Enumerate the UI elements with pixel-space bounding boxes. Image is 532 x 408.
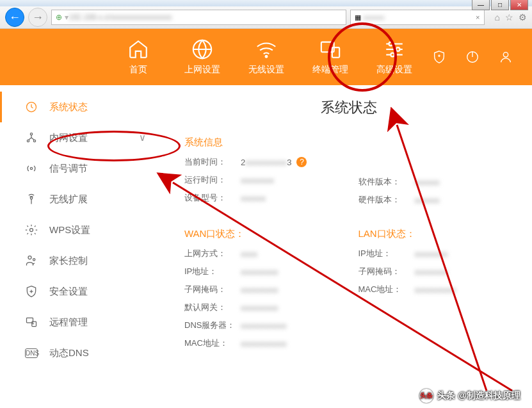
nav-label: 无线设置 bbox=[248, 64, 284, 76]
antenna-icon bbox=[25, 193, 38, 206]
info-sw-version: 软件版本：xxxxxx bbox=[359, 176, 513, 188]
wan-ip: IP地址：xxxxxxxxx bbox=[184, 266, 339, 277]
info-uptime: 运行时间：xxxxxxxx bbox=[184, 174, 339, 186]
sliders-icon bbox=[383, 38, 405, 60]
devices-icon bbox=[319, 38, 341, 60]
home-icon bbox=[127, 38, 149, 60]
back-button[interactable]: ← bbox=[5, 8, 24, 27]
sidebar-item-remote[interactable]: 远程管理 bbox=[0, 307, 165, 338]
page-title: 系统状态 bbox=[184, 98, 513, 117]
tab-close-icon[interactable]: × bbox=[476, 13, 480, 21]
gear-icon bbox=[25, 224, 38, 236]
nav-label: 终端管理 bbox=[312, 64, 348, 76]
section-wan: WAN口状态： bbox=[184, 228, 339, 240]
nav-label: 上网设置 bbox=[184, 64, 220, 76]
wan-method: 上网方式：xxxx bbox=[184, 248, 339, 259]
svg-point-21 bbox=[33, 259, 35, 261]
forward-button[interactable]: → bbox=[28, 8, 47, 27]
svg-point-7 bbox=[389, 42, 392, 46]
main-nav: 首页 上网设置 无线设置 终端管理 高级设置 bbox=[0, 29, 532, 85]
svg-point-9 bbox=[391, 53, 394, 57]
sidebar-label: 家长控制 bbox=[49, 255, 88, 267]
shield-plus-icon bbox=[25, 285, 38, 298]
watermark: 头条 头条 @制造科技原理 bbox=[419, 389, 520, 403]
url-text: 192.168.x.x/xxxxxxxxxxxxxxxx bbox=[69, 13, 172, 22]
svg-point-20 bbox=[28, 256, 31, 259]
svg-point-18 bbox=[30, 197, 32, 199]
svg-point-12 bbox=[503, 53, 508, 57]
browser-toolbar: ← → ⊕ ▾ 192.168.x.x/xxxxxxxxxxxxxxxx ▦ x… bbox=[0, 6, 532, 29]
nav-wireless[interactable]: 无线设置 bbox=[234, 38, 298, 76]
maximize-button[interactable]: □ bbox=[491, 0, 509, 10]
minimize-button[interactable]: — bbox=[472, 0, 490, 10]
window-titlebar bbox=[0, 0, 532, 6]
wifi-icon bbox=[255, 38, 277, 60]
shield-icon: ⊕ bbox=[56, 13, 62, 22]
sidebar-label: 安全设置 bbox=[49, 286, 88, 298]
watermark-text: 头条 @制造科技原理 bbox=[437, 390, 520, 402]
section-sys-info: 系统信息 bbox=[184, 136, 513, 149]
browser-tab[interactable]: ▦ xxxxxx × bbox=[350, 10, 485, 25]
svg-point-17 bbox=[30, 167, 32, 169]
info-current-time: 当前时间： 2 xxxxxxxxxx 3 ? bbox=[184, 156, 339, 168]
network-icon bbox=[25, 131, 38, 144]
settings-gear-icon[interactable]: ⚙ bbox=[519, 12, 527, 22]
nav-label: 高级设置 bbox=[376, 64, 412, 76]
sidebar-label: 内网设置 bbox=[49, 132, 88, 144]
sidebar-item-security[interactable]: 安全设置 bbox=[0, 276, 165, 307]
home-icon[interactable]: ⌂ bbox=[495, 12, 500, 22]
nav-label: 首页 bbox=[129, 64, 147, 76]
user-icon[interactable] bbox=[499, 50, 513, 64]
wan-dns: DNS服务器：xxxxxxxxxxx bbox=[184, 320, 339, 331]
sidebar-label: 动态DNS bbox=[49, 347, 89, 359]
favorites-icon[interactable]: ☆ bbox=[505, 12, 513, 22]
svg-point-14 bbox=[30, 133, 32, 135]
svg-point-1 bbox=[265, 56, 267, 58]
nav-home[interactable]: 首页 bbox=[106, 38, 170, 76]
nav-internet[interactable]: 上网设置 bbox=[170, 38, 234, 76]
signal-icon bbox=[25, 162, 38, 175]
wan-gateway: 默认网关：xxxxxxxxx bbox=[184, 302, 339, 313]
sidebar-item-wifi-extend[interactable]: 无线扩展 bbox=[0, 184, 165, 215]
sidebar-item-lan-settings[interactable]: 内网设置 ∨ bbox=[0, 122, 165, 153]
sidebar-item-wps[interactable]: WPS设置 bbox=[0, 215, 165, 245]
remote-icon bbox=[25, 316, 38, 329]
nav-advanced[interactable]: 高级设置 bbox=[362, 38, 426, 76]
sidebar-label: 信号调节 bbox=[49, 163, 88, 175]
sidebar-item-ddns[interactable]: DNS 动态DNS bbox=[0, 338, 165, 368]
sidebar-item-parental[interactable]: 家长控制 bbox=[0, 245, 165, 276]
sidebar: 系统状态 内网设置 ∨ 信号调节 无线扩展 WPS设置 家长控制 bbox=[0, 85, 165, 408]
sidebar-item-signal[interactable]: 信号调节 bbox=[0, 153, 165, 184]
wan-mask: 子网掩码：xxxxxxxxx bbox=[184, 284, 339, 295]
sidebar-label: 无线扩展 bbox=[49, 193, 88, 206]
close-button[interactable]: ✕ bbox=[510, 0, 528, 10]
wan-mac: MAC地址：xxxxxxxxxxx bbox=[184, 338, 339, 349]
lan-mac: MAC地址：xxxxxxxxxx bbox=[359, 284, 513, 295]
address-bar[interactable]: ⊕ ▾ 192.168.x.x/xxxxxxxxxxxxxxxx bbox=[51, 10, 346, 25]
power-icon[interactable] bbox=[465, 50, 480, 64]
tab-title: xxxxxx bbox=[364, 13, 476, 21]
shield-icon[interactable] bbox=[432, 50, 446, 64]
main-panel: 系统状态 系统信息 当前时间： 2 xxxxxxxxxx 3 ? 运行时间：xx… bbox=[165, 85, 532, 408]
clock-icon bbox=[25, 101, 38, 113]
lan-mask: 子网掩码：xxxxxxxx bbox=[359, 266, 513, 277]
section-lan: LAN口状态： bbox=[359, 228, 513, 240]
sidebar-label: 远程管理 bbox=[49, 316, 88, 329]
svg-point-16 bbox=[33, 140, 35, 142]
parental-icon bbox=[25, 254, 38, 267]
svg-point-19 bbox=[30, 229, 33, 232]
sidebar-item-system-status[interactable]: 系统状态 bbox=[0, 92, 165, 122]
nav-terminal[interactable]: 终端管理 bbox=[298, 38, 362, 76]
dns-icon: DNS bbox=[25, 348, 38, 358]
watermark-badge-icon: 头条 bbox=[419, 389, 433, 403]
sidebar-label: WPS设置 bbox=[49, 224, 90, 236]
info-model: 设备型号：xxxxxx bbox=[184, 192, 339, 204]
globe-icon bbox=[191, 38, 213, 60]
lan-ip: IP地址：xxxxxxxx bbox=[359, 248, 513, 259]
svg-point-8 bbox=[396, 47, 399, 51]
tab-favicon: ▦ bbox=[355, 13, 361, 22]
sidebar-label: 系统状态 bbox=[49, 101, 88, 113]
chevron-down-icon: ∨ bbox=[139, 132, 146, 143]
help-icon[interactable]: ? bbox=[296, 157, 307, 167]
info-hw-version: 硬件版本：xxxxxx bbox=[359, 194, 513, 206]
